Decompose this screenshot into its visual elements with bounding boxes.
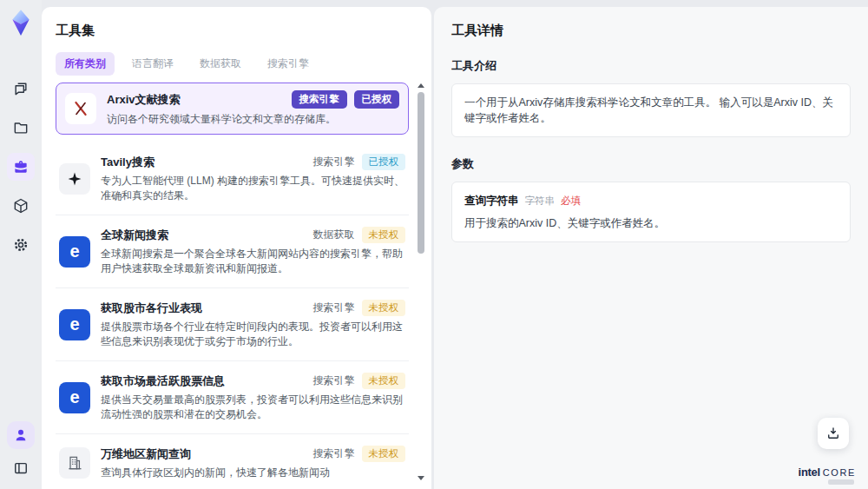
tab-search-engine[interactable]: 搜索引擎 <box>259 52 318 76</box>
scrollbar[interactable] <box>417 83 425 480</box>
tool-description: 提供当天交易量最高的股票列表，投资者可以利用这些信息来识别流动性强的股票和潜在的… <box>101 393 405 422</box>
tab-data-fetching[interactable]: 数据获取 <box>191 52 250 76</box>
building-icon <box>59 447 90 479</box>
category-label: 搜索引擎 <box>313 155 355 169</box>
tool-description: 提供股票市场各个行业在特定时间段内的表现。投资者可以利用这些信息来识别表现优于或… <box>101 320 405 349</box>
settings-icon[interactable] <box>7 231 35 259</box>
page-title: 工具集 <box>56 23 418 39</box>
details-title: 工具详情 <box>451 23 851 39</box>
category-label: 搜索引擎 <box>313 301 355 315</box>
category-tabs: 所有类别 语言翻译 数据获取 搜索引擎 <box>56 52 418 76</box>
scroll-up-icon[interactable] <box>418 83 424 88</box>
scroll-down-icon[interactable] <box>418 476 424 480</box>
download-button[interactable] <box>818 418 849 449</box>
folder-icon[interactable] <box>7 114 35 142</box>
tool-card-arxiv[interactable]: Arxiv文献搜索 搜索引擎 已授权 访问各个研究领域大量科学论文和文章的存储库… <box>56 83 409 135</box>
card-body: 全球新闻搜索 数据获取 未授权 全球新闻搜索是一个聚合全球各大新闻网站内容的搜索… <box>101 227 405 276</box>
intel-core-logo: intel core <box>799 466 856 479</box>
sidebar <box>0 0 42 489</box>
card-body: Tavily搜索 搜索引擎 已授权 专为人工智能代理 (LLM) 构建的搜索引擎… <box>101 154 405 203</box>
app-root: 工具集 所有类别 语言翻译 数据获取 搜索引擎 Arxiv文献搜索 <box>0 0 868 489</box>
tool-name: 全球新闻搜索 <box>101 228 306 243</box>
tool-name: 获取市场最活跃股票信息 <box>101 373 306 389</box>
news-logo-icon: e <box>59 309 90 340</box>
sparkle-icon <box>59 163 90 195</box>
category-chip: 搜索引擎 <box>292 90 347 109</box>
arxiv-logo-icon <box>65 93 96 124</box>
chat-icon[interactable] <box>7 75 35 102</box>
auth-status-badge: 未授权 <box>362 227 406 243</box>
scrollbar-thumb[interactable] <box>418 92 424 254</box>
tool-list: Arxiv文献搜索 搜索引擎 已授权 访问各个研究领域大量科学论文和文章的存储库… <box>56 83 409 489</box>
tool-name: 万维地区新闻查询 <box>101 446 306 462</box>
tool-card-industry-performance[interactable]: e 获取股市各行业表现 搜索引擎 未授权 提供股票市场各个行业在特定时间段内的表… <box>56 288 409 361</box>
tool-card-regional-news[interactable]: 万维地区新闻查询 搜索引擎 未授权 查询具体行政区划内的新闻，快速了解各地新闻动 <box>56 434 409 489</box>
brand-intel: intel <box>799 466 820 479</box>
tools-panel: 工具集 所有类别 语言翻译 数据获取 搜索引擎 Arxiv文献搜索 <box>42 7 431 489</box>
auth-status-badge: 已授权 <box>362 154 406 170</box>
auth-status-badge: 未授权 <box>362 300 406 316</box>
news-logo-icon: e <box>59 236 90 268</box>
intro-text-box: 一个用于从Arxiv存储库搜索科学论文和文章的工具。 输入可以是Arxiv ID… <box>451 83 851 137</box>
category-label: 数据获取 <box>313 228 355 242</box>
card-body: Arxiv文献搜索 搜索引擎 已授权 访问各个研究领域大量科学论文和文章的存储库… <box>107 90 399 127</box>
auth-status-badge: 未授权 <box>362 446 406 462</box>
tool-description: 查询具体行政区划内的新闻，快速了解各地新闻动 <box>101 466 405 480</box>
card-body: 获取市场最活跃股票信息 搜索引擎 未授权 提供当天交易量最高的股票列表，投资者可… <box>101 373 405 422</box>
tool-card-active-stocks[interactable]: e 获取市场最活跃股票信息 搜索引擎 未授权 提供当天交易量最高的股票列表，投资… <box>56 361 409 434</box>
intro-heading: 工具介绍 <box>451 58 851 74</box>
download-icon <box>825 426 841 441</box>
category-label: 搜索引擎 <box>313 373 355 388</box>
layout-toggle-icon[interactable] <box>7 454 35 482</box>
brand-core: core <box>823 467 856 478</box>
tool-name: Arxiv文献搜索 <box>107 92 285 108</box>
tool-card-global-news[interactable]: e 全球新闻搜索 数据获取 未授权 全球新闻搜索是一个聚合全球各大新闻网站内容的… <box>56 215 409 288</box>
param-type: 字符串 <box>525 193 556 208</box>
tool-description: 全球新闻搜索是一个聚合全球各大新闻网站内容的搜索引擎，帮助用户快速获取全球最新资… <box>101 247 405 276</box>
tool-description: 专为人工智能代理 (LLM) 构建的搜索引擎工具。可快速提供实时、准确和真实的结… <box>101 174 405 203</box>
param-name: 查询字符串 <box>464 193 519 208</box>
tool-card-tavily[interactable]: Tavily搜索 搜索引擎 已授权 专为人工智能代理 (LLM) 构建的搜索引擎… <box>56 142 409 215</box>
parameter-box: 查询字符串 字符串 必填 用于搜索的Arxiv ID、关键字或作者姓名。 <box>451 182 851 242</box>
cube-icon[interactable] <box>7 192 35 220</box>
news-logo-icon: e <box>59 382 90 413</box>
params-heading: 参数 <box>451 156 851 172</box>
auth-status-chip: 已授权 <box>354 90 400 109</box>
category-label: 搜索引擎 <box>313 446 355 461</box>
tab-all-categories[interactable]: 所有类别 <box>56 52 115 76</box>
app-logo-icon[interactable] <box>8 7 34 38</box>
auth-status-badge: 未授权 <box>362 373 406 389</box>
brand-sub-chip <box>828 479 854 485</box>
tool-name: Tavily搜索 <box>101 155 306 170</box>
sidebar-bottom <box>7 421 35 482</box>
card-body: 万维地区新闻查询 搜索引擎 未授权 查询具体行政区划内的新闻，快速了解各地新闻动 <box>101 446 405 480</box>
user-icon[interactable] <box>7 421 35 449</box>
tool-details-panel: 工具详情 工具介绍 一个用于从Arxiv存储库搜索科学论文和文章的工具。 输入可… <box>434 7 868 489</box>
param-description: 用于搜索的Arxiv ID、关键字或作者姓名。 <box>464 215 838 231</box>
param-required-flag: 必填 <box>561 193 581 208</box>
sidebar-nav <box>7 75 35 259</box>
card-body: 获取股市各行业表现 搜索引擎 未授权 提供股票市场各个行业在特定时间段内的表现。… <box>101 300 405 349</box>
tab-language-translation[interactable]: 语言翻译 <box>123 52 182 76</box>
tool-description: 访问各个研究领域大量科学论文和文章的存储库。 <box>107 112 399 127</box>
tool-name: 获取股市各行业表现 <box>101 301 306 316</box>
toolbox-icon[interactable] <box>7 153 35 181</box>
